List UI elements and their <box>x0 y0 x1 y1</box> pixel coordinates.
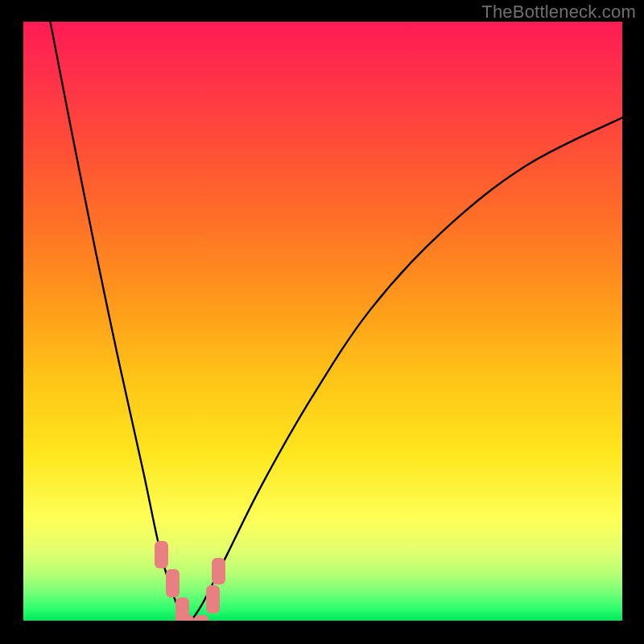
plot-area <box>23 22 622 621</box>
marker-right-lower <box>206 585 220 613</box>
curve-left <box>50 22 191 621</box>
marker-left-mid <box>166 569 180 597</box>
marker-bottom-2 <box>194 615 208 621</box>
marker-right-upper <box>212 558 225 584</box>
marker-bottom-1 <box>180 615 194 621</box>
bottleneck-curve <box>23 22 622 621</box>
watermark-text: TheBottleneck.com <box>481 2 636 23</box>
chart-frame: TheBottleneck.com <box>0 0 644 644</box>
marker-left-upper <box>155 541 168 568</box>
curve-right <box>191 118 622 621</box>
